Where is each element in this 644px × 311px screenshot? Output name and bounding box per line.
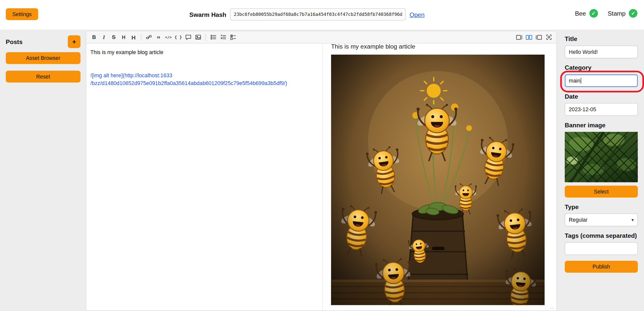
post-settings-panel: Title Category main Date Banner image <box>565 35 638 273</box>
tags-label: Tags (comma separated) <box>565 232 638 239</box>
preview-overflow-indicator: ... <box>550 304 554 310</box>
blog-editor-app: Settings Swarm Hash Open Bee ✓ Stamp ✓ P… <box>0 0 644 311</box>
title-input[interactable] <box>565 46 638 58</box>
toolbar-separator <box>205 34 206 41</box>
tags-input[interactable] <box>565 242 638 255</box>
editor-toolbar: B I S H H ” </> { } <box>86 31 557 44</box>
asset-browser-button[interactable]: Asset Browser <box>6 52 81 64</box>
type-selected-value: Regular <box>569 217 587 223</box>
toolbar-right-group <box>515 33 553 42</box>
pane-preview-icon[interactable] <box>515 33 524 42</box>
preview-bee-image <box>331 55 545 305</box>
task-list-icon[interactable] <box>228 33 237 42</box>
comment-icon[interactable] <box>184 33 193 42</box>
markdown-text-line: This is my example blog article <box>90 49 318 57</box>
heading-bigger-icon[interactable]: H <box>129 33 138 42</box>
image-icon[interactable] <box>194 33 203 42</box>
italic-icon[interactable]: I <box>99 33 108 42</box>
markdown-image-link-line-1: ![img alt here](http://localhost:1633 <box>90 71 318 79</box>
stamp-status-label: Stamp <box>608 10 626 17</box>
type-label: Type <box>565 203 638 210</box>
code-icon[interactable]: </> <box>164 33 173 42</box>
swarm-hash-group: Swarm Hash Open <box>189 8 425 21</box>
editor-panes: This is my example blog article ![img al… <box>86 44 557 310</box>
text-cursor <box>581 77 581 84</box>
status-group: Bee ✓ Stamp ✓ <box>575 9 637 18</box>
split-view-icon[interactable] <box>524 33 534 42</box>
category-input[interactable]: main <box>565 74 638 87</box>
banner-image-label: Banner image <box>565 122 638 129</box>
strikethrough-icon[interactable]: S <box>109 33 118 42</box>
bee-check-icon: ✓ <box>589 9 598 18</box>
publish-button[interactable]: Publish <box>565 261 638 273</box>
markdown-source-pane[interactable]: This is my example blog article ![img al… <box>86 44 323 310</box>
swarm-hash-label: Swarm Hash <box>189 11 226 18</box>
swarm-hash-input[interactable] <box>230 8 406 21</box>
pane-editor-icon[interactable] <box>534 33 543 42</box>
title-label: Title <box>565 35 638 42</box>
code-block-icon[interactable]: { } <box>174 33 183 42</box>
category-value: main <box>569 77 580 84</box>
ordered-list-icon[interactable] <box>218 33 228 42</box>
reset-button[interactable]: Reset <box>6 71 81 83</box>
top-bar: Settings Swarm Hash Open Bee ✓ Stamp ✓ <box>0 0 644 30</box>
date-input[interactable] <box>565 103 638 116</box>
posts-header-row: Posts + <box>6 35 81 48</box>
bold-icon[interactable]: B <box>90 33 99 42</box>
toolbar-separator <box>141 34 141 41</box>
heading-smaller-icon[interactable]: H <box>119 33 128 42</box>
select-banner-button[interactable]: Select <box>565 186 638 198</box>
banner-image-thumbnail[interactable] <box>565 132 638 182</box>
fullscreen-icon[interactable] <box>544 33 553 42</box>
stamp-check-icon: ✓ <box>629 9 637 18</box>
posts-heading: Posts <box>6 38 23 45</box>
category-label: Category <box>565 64 638 71</box>
add-post-button[interactable]: + <box>68 35 81 48</box>
left-sidebar: Posts + Asset Browser Reset <box>6 35 81 89</box>
bee-status-label: Bee <box>575 10 586 17</box>
quote-icon[interactable]: ” <box>154 31 163 43</box>
category-field-wrapper: main <box>565 74 638 87</box>
date-label: Date <box>565 93 638 100</box>
unordered-list-icon[interactable] <box>209 33 218 42</box>
preview-pane: This is my example blog article <box>323 44 557 310</box>
chevron-down-icon: ▾ <box>631 217 634 222</box>
preview-article-text: This is my example blog article <box>331 44 556 51</box>
markdown-image-link-line-2: /bzz/d1480d10652d975e091b2ffa0a35614abda… <box>90 79 318 87</box>
open-link[interactable]: Open <box>409 11 425 18</box>
settings-button[interactable]: Settings <box>6 8 38 20</box>
link-icon[interactable] <box>144 33 153 42</box>
type-select[interactable]: Regular ▾ <box>565 214 638 226</box>
markdown-editor: B I S H H ” </> { } <box>86 31 557 311</box>
